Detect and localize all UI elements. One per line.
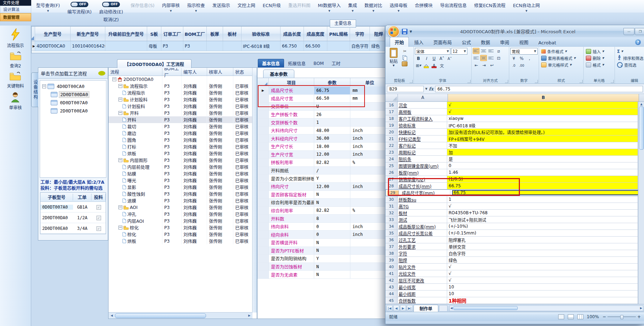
toolbar-item[interactable]: 重选开料图 [288, 2, 311, 9]
spreadsheet-row[interactable]: 36过孔工艺阻焊塞孔 [385, 237, 644, 243]
cell-a32[interactable]: 板材 [398, 210, 447, 216]
collapse-icon[interactable] [118, 84, 122, 88]
zoom-in-icon[interactable]: + [637, 314, 641, 319]
category-tab-1[interactable]: 文件处理 [0, 0, 31, 6]
cell-b44[interactable]: 10 [447, 291, 638, 297]
cell-b38[interactable]: 白色字符 [447, 250, 638, 257]
cut-icon[interactable]: ✂ [402, 49, 408, 54]
format-cells-button[interactable]: 格式▼ [585, 61, 614, 68]
cell-a21[interactable]: FP标记类型 [398, 136, 447, 142]
flow-row[interactable]: 流程指示P3刘伟巍张传刚已审核 [109, 89, 257, 96]
excel-tab-Acrobat[interactable]: Acrobat [534, 39, 561, 47]
prev-sheet-icon[interactable]: ◀ [393, 305, 399, 311]
row-header[interactable]: 42 [385, 277, 398, 284]
merge-center-button[interactable]: ⊡ [495, 55, 502, 61]
process-flow-tab[interactable]: 【2D0DT00DA0】工艺流程 [117, 59, 191, 68]
flow-row[interactable]: 开料P3刘伟巍张传刚已审核 [109, 116, 257, 123]
toolbar-item[interactable]: OFF启动修改(E)取消(Z) [99, 2, 123, 23]
collapse-icon[interactable] [112, 77, 116, 81]
flow-row[interactable]: 内层AOIP3刘伟巍张传刚已审核 [109, 217, 257, 224]
spreadsheet-row[interactable]: 34成品板厚公差(mm)(+/-10%) [385, 223, 644, 230]
toolbar-item[interactable]: 发送指示 [212, 2, 230, 9]
spreadsheet-row[interactable]: 28成品尺寸长(mm)66.75 [385, 183, 644, 189]
excel-tab-开始[interactable]: 开始 [390, 37, 409, 47]
dropdown-arrow-icon[interactable]: ▼ [328, 10, 330, 12]
align-right-button[interactable] [488, 55, 494, 61]
tab-基本信息[interactable]: 基本信息 [258, 59, 284, 67]
scroll-up-icon[interactable]: ▲ [640, 103, 642, 106]
spreadsheet-row[interactable]: 25图镀铜镍金厚度(um)0 [385, 162, 644, 169]
row-header[interactable]: 44 [385, 291, 398, 297]
row-header[interactable]: 20 [385, 129, 398, 136]
flow-row[interactable]: 内层图形P3刘伟巍张传刚已审核 [109, 157, 257, 164]
dialog-launcher-icon[interactable] [505, 80, 508, 83]
collapse-icon[interactable] [42, 84, 46, 88]
next-sheet-icon[interactable]: ▶ [400, 305, 406, 311]
category-tab-2[interactable]: 设计算法 [0, 6, 31, 13]
spreadsheet-row[interactable]: 39阻焊绿色 [385, 257, 644, 264]
cell-a26[interactable]: 板厚(mm) [398, 169, 447, 176]
column-header-b[interactable]: B [448, 94, 639, 101]
copy-icon[interactable] [402, 55, 408, 60]
decrease-indent-button[interactable]: ⇤ [473, 62, 480, 68]
row-header[interactable]: 21 [385, 136, 398, 142]
flow-row[interactable]: 冲孔P3刘伟巍张传刚已审核 [109, 211, 257, 217]
spreadsheet-row[interactable]: 45合拼板数1种相同 [385, 297, 644, 304]
cell-b17[interactable]: √ [447, 109, 638, 115]
paste-button[interactable]: 粘贴 ▼ [387, 48, 401, 67]
cell-a41[interactable]: 光绘文件 [398, 270, 447, 277]
font-color-button[interactable]: A [431, 62, 438, 69]
cell-styles-button[interactable]: 单元格样式▼ [540, 61, 582, 68]
flow-vertical-scrollbar[interactable] [252, 76, 257, 313]
param-row[interactable]: 生产尺寸长18.00inch [257, 143, 389, 151]
cell-a25[interactable]: 图镀铜镍金厚度(um) [398, 162, 447, 169]
align-middle-button[interactable] [480, 48, 487, 54]
cell-a20[interactable]: 快捷标记 [398, 129, 447, 136]
cell-b20[interactable]: 加(没有适合的UL标记可添加，请反馈给预审处理。) [447, 129, 638, 136]
flow-row[interactable]: 裁切P3刘伟巍张传刚已审核 [109, 123, 257, 130]
cell-b22[interactable]: 不加 [447, 142, 638, 149]
row-header[interactable]: 32 [385, 210, 398, 216]
category-tab-3[interactable]: 数据管理 [0, 13, 31, 21]
scroll-right-icon[interactable]: ▶ [247, 314, 252, 317]
param-row[interactable]: 是否为阴阳铜结构Y [257, 255, 389, 263]
param-row[interactable]: 开料图纸/ [257, 167, 389, 175]
cell-b39[interactable]: 绿色 [447, 257, 638, 264]
tab-工时[interactable]: 工时 [328, 59, 344, 67]
spreadsheet-row[interactable]: 17高频板√ [385, 109, 644, 115]
row-header[interactable]: 43 [385, 284, 398, 291]
toggle-off-switch[interactable]: OFF [102, 2, 120, 7]
italic-button[interactable]: I [423, 55, 430, 62]
toolbar-item[interactable]: ECN升级 [263, 2, 281, 9]
excel-title-bar[interactable]: ▼ 4D0DT00CA0制作单.xls [兼容模式] - Microsoft E… [385, 25, 644, 37]
last-sheet-icon[interactable]: ▶| [407, 305, 413, 311]
spreadsheet-row[interactable]: 21FP标记类型FP+E档案号+94V [385, 136, 644, 142]
param-row[interactable]: 经向余料0inch [257, 231, 389, 239]
sidebar-item[interactable]: 查询2 [10, 51, 22, 68]
cell-b23[interactable]: 加 [447, 149, 638, 156]
param-row[interactable]: 是否为PTFE板材N [257, 247, 389, 255]
delete-cells-button[interactable]: 删除▼ [585, 55, 614, 61]
cell-b33[interactable]: 飞针测试+阻抗测试 [447, 216, 638, 223]
param-row[interactable]: 交货单位U [257, 103, 389, 111]
row-header[interactable]: 26 [385, 169, 398, 176]
collapse-icon[interactable] [118, 98, 122, 101]
name-box-dropdown-icon[interactable]: ▼ [425, 87, 427, 90]
toolbar-item[interactable]: 选择母板▼ [390, 2, 407, 12]
param-row[interactable]: 是否横竖开料N [257, 239, 389, 247]
font-name-select[interactable]: 宋体▼ [415, 48, 450, 55]
excel-tab-插入[interactable]: 插入 [410, 37, 428, 47]
toggle-off-switch[interactable]: OFF [71, 2, 88, 7]
scrollbar-thumb[interactable] [639, 106, 644, 150]
sort-filter-button[interactable]: AZ排序和筛选▼ [616, 55, 644, 61]
spreadsheet-row[interactable]: 18客户工程资料录入xiaoyw [385, 115, 644, 122]
tab-拓展信息[interactable]: 拓展信息 [284, 59, 310, 67]
cell-b42[interactable]: √ [447, 277, 638, 284]
spreadsheet-row[interactable]: 23周期标记加 [385, 149, 644, 156]
cell-b28[interactable]: 66.75 [447, 183, 638, 189]
toolbar-item[interactable]: 指示检查▼ [187, 2, 205, 12]
param-row[interactable]: 交货拼板个数1 [257, 118, 389, 127]
zoom-slider[interactable]: − + [603, 314, 641, 319]
param-row[interactable]: 生产尺寸宽12.00inch [257, 151, 389, 159]
row-header[interactable]: 24 [385, 156, 398, 162]
